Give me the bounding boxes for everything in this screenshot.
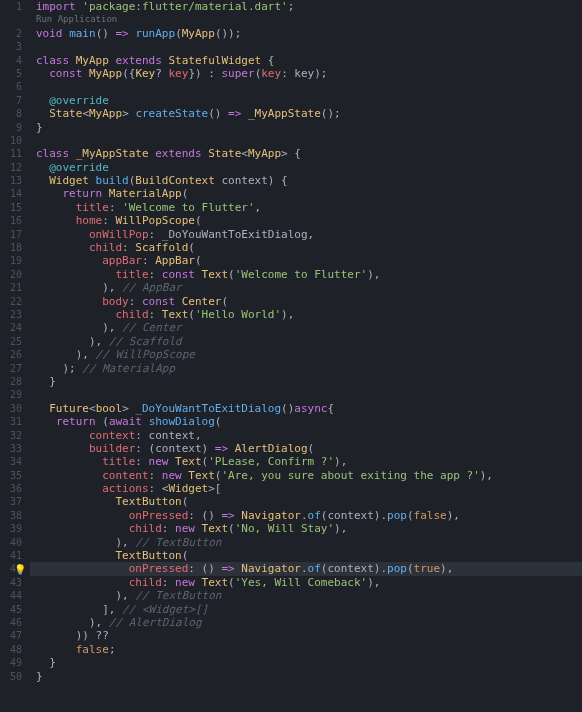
token: ], [36,603,122,616]
code-line[interactable]: const MyApp({Key? key}) : super(key: key… [30,67,582,80]
token: main [69,27,96,40]
token: ({ [122,67,135,80]
code-line[interactable]: home: WillPopScope( [30,214,582,227]
token: key [169,67,189,80]
code-line[interactable]: @override [30,94,582,107]
code-line[interactable]: onPressed: () => Navigator.of(context).p… [30,509,582,522]
code-line[interactable]: content: new Text('Are, you sure about e… [30,469,582,482]
token: WillPopScope [116,214,195,227]
line-number: 38 [0,509,30,522]
code-line[interactable]: class _MyAppState extends State<MyApp> { [30,147,582,160]
code-line[interactable]: } [30,656,582,669]
token: // TextButton [135,589,221,602]
code-line[interactable]: body: const Center( [30,295,582,308]
code-line[interactable]: builder: (context) => AlertDialog( [30,442,582,455]
code-line[interactable]: ), // Scaffold [30,335,582,348]
line-number: 2 [0,27,30,40]
code-line[interactable]: child: Scaffold( [30,241,582,254]
code-line[interactable]: return MaterialApp( [30,187,582,200]
line-number-gutter: 1234567891011121314151617181920212223242… [0,0,30,712]
code-line[interactable]: title: new Text('PLease, Confirm ?'), [30,455,582,468]
token: Scaffold [135,241,188,254]
token: TextButton [115,495,181,508]
token: _DoYouWantToExitDialog [135,402,281,415]
code-line[interactable]: void main() => runApp(MyApp()); [30,27,582,40]
code-line[interactable]: ), // AlertDialog [30,616,582,629]
token: ( [96,415,109,428]
code-line[interactable]: State<MyApp> createState() => _MyAppStat… [30,107,582,120]
code-line[interactable]: ), // WillPopScope [30,348,582,361]
line-number: 48 [0,643,30,656]
code-line[interactable]: ), // TextButton [30,589,582,602]
code-line[interactable]: )) ?? [30,629,582,642]
code-line[interactable]: } [30,375,582,388]
code-line[interactable] [30,388,582,401]
code-line[interactable] [30,80,582,93]
token [36,562,129,575]
code-line[interactable]: child: new Text('Yes, Will Comeback'), [30,576,582,589]
token: extends [149,147,209,160]
token: // Center [122,321,182,334]
code-line[interactable]: TextButton( [30,495,582,508]
code-line[interactable]: import 'package:flutter/material.dart'; [30,0,582,13]
code-line[interactable]: child: Text('Hello World'), [30,308,582,321]
code-line[interactable]: appBar: AppBar( [30,254,582,267]
line-number: 40 [0,536,30,549]
token: // AlertDialog [109,616,202,629]
code-line[interactable]: return (await showDialog( [30,415,582,428]
line-number: 32 [0,429,30,442]
code-editor[interactable]: import 'package:flutter/material.dart';R… [30,0,582,712]
code-line[interactable]: @override [30,161,582,174]
code-line[interactable]: ), // TextButton [30,536,582,549]
token: Text [202,522,229,535]
token [241,107,248,120]
code-line[interactable]: ); // MaterialApp [30,362,582,375]
code-line[interactable] [30,134,582,147]
code-line[interactable]: onWillPop: _DoYouWantToExitDialog, [30,228,582,241]
code-line[interactable]: ), // AppBar [30,281,582,294]
code-line[interactable]: context: context, [30,429,582,442]
token: ), [36,321,122,334]
code-line[interactable]: actions: <Widget>[ [30,482,582,495]
code-line[interactable]: title: 'Welcome to Flutter', [30,201,582,214]
token: State [49,107,82,120]
code-line[interactable]: title: const Text('Welcome to Flutter'), [30,268,582,281]
codelens-run[interactable]: Run Application [30,13,582,26]
code-line[interactable]: ), // Center [30,321,582,334]
token: 'Yes, Will Comeback' [235,576,367,589]
line-number: 34 [0,455,30,468]
token: true [414,562,441,575]
line-number: 35 [0,469,30,482]
lightbulb-icon[interactable]: 💡 [14,563,26,576]
token: < [82,107,89,120]
token: ( [188,308,195,321]
token: Navigator [241,509,301,522]
code-line[interactable]: Widget build(BuildContext context) { [30,174,582,187]
token: : [149,469,162,482]
token: Widget [168,482,208,495]
code-line[interactable]: class MyApp extends StatefulWidget { [30,54,582,67]
token: ); [36,362,82,375]
token [235,562,242,575]
token: key [261,67,281,80]
token: content [102,469,148,482]
token: body [102,295,129,308]
code-line[interactable]: TextButton( [30,549,582,562]
token: State [208,147,241,160]
token: AlertDialog [235,442,308,455]
token: const [142,295,182,308]
token: Text [188,469,215,482]
code-line[interactable]: Future<bool> _DoYouWantToExitDialog()asy… [30,402,582,415]
token: onPressed [129,562,189,575]
code-line[interactable]: false; [30,643,582,656]
token [36,295,102,308]
code-line[interactable]: child: new Text('No, Will Stay'), [30,522,582,535]
code-line[interactable]: } [30,121,582,134]
code-line[interactable] [30,40,582,53]
line-number: 43 [0,576,30,589]
code-line[interactable]: ], // <Widget>[] [30,603,582,616]
line-number: 14 [0,187,30,200]
code-line[interactable]: } [30,670,582,683]
token: MyApp [89,107,122,120]
code-line[interactable]: 💡 onPressed: () => Navigator.of(context)… [30,562,582,575]
